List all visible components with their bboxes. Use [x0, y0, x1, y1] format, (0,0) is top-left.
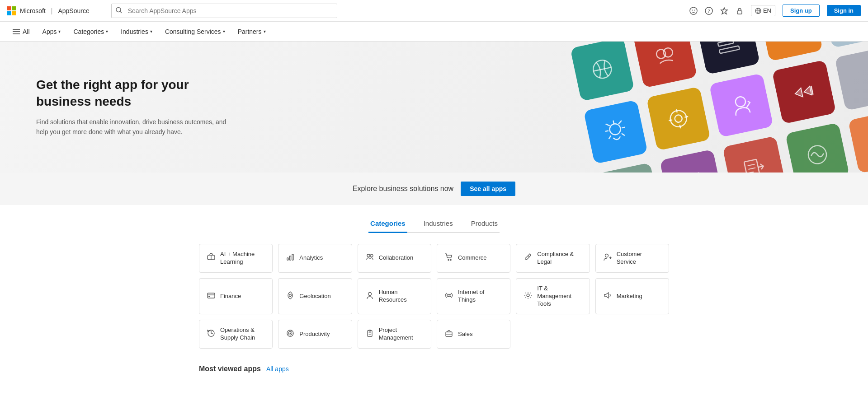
- svg-rect-52: [287, 258, 288, 260]
- nav-all[interactable]: All: [7, 22, 35, 41]
- category-card-ops-supply[interactable]: Operations & Supply Chain: [199, 320, 273, 349]
- cycle-icon: [207, 329, 216, 340]
- svg-point-56: [370, 254, 373, 257]
- svg-line-47: [748, 168, 755, 169]
- svg-point-4: [694, 9, 695, 10]
- hero-content: Get the right app for your business need…: [0, 59, 271, 155]
- key-12: [660, 149, 724, 173]
- category-card-it-management[interactable]: IT & Management Tools: [516, 278, 590, 315]
- tab-industries[interactable]: Industries: [422, 216, 455, 233]
- svg-point-67: [527, 294, 529, 297]
- category-card-analytics[interactable]: Analytics: [278, 244, 352, 273]
- header-icons: ? EN Sign up Sign in: [689, 5, 861, 17]
- tab-products[interactable]: Products: [469, 216, 500, 233]
- iot-icon: [444, 291, 453, 302]
- svg-line-27: [605, 131, 609, 131]
- key-11: [597, 163, 661, 173]
- nav-apps-label: Apps: [42, 28, 57, 35]
- svg-line-34: [680, 125, 681, 128]
- svg-line-1: [120, 11, 122, 13]
- product-name: AppSource: [58, 7, 89, 14]
- lock-icon[interactable]: [736, 7, 744, 15]
- category-label-collaboration: Collaboration: [379, 254, 414, 262]
- svg-point-31: [669, 109, 688, 128]
- key-13: [722, 136, 787, 173]
- key-5: [821, 42, 868, 48]
- svg-point-55: [367, 254, 370, 257]
- search-icon: [116, 7, 122, 14]
- chevron-down-icon: ▾: [223, 29, 225, 34]
- svg-rect-8: [737, 11, 742, 14]
- svg-rect-21: [719, 46, 740, 53]
- category-card-commerce[interactable]: Commerce: [437, 244, 510, 273]
- nav-industries[interactable]: Industries ▾: [115, 22, 158, 41]
- signin-button[interactable]: Sign in: [827, 5, 861, 16]
- lang-label: EN: [763, 7, 771, 14]
- most-viewed-title: Most viewed apps: [199, 365, 261, 373]
- star-icon[interactable]: [720, 7, 728, 15]
- category-card-sales[interactable]: Sales: [437, 320, 510, 349]
- svg-point-2: [690, 7, 697, 14]
- wrench-icon: [524, 252, 533, 264]
- key-10: [835, 47, 868, 111]
- category-card-iot[interactable]: Internet of Things: [437, 278, 510, 315]
- category-card-marketing[interactable]: Marketing: [595, 278, 669, 315]
- svg-point-60: [605, 254, 608, 257]
- briefcase-icon: [444, 329, 453, 340]
- signup-button[interactable]: Sign up: [783, 5, 820, 17]
- key-9: [772, 60, 836, 124]
- key-4: [759, 42, 823, 61]
- nav-consulting[interactable]: Consulting Services ▾: [160, 22, 231, 41]
- keys-decoration: [570, 42, 868, 173]
- category-label-human-resources: Human Resources: [379, 289, 424, 304]
- svg-point-57: [448, 260, 449, 261]
- category-card-collaboration[interactable]: Collaboration: [358, 244, 431, 273]
- most-viewed-section: Most viewed apps All apps: [163, 359, 705, 384]
- language-selector[interactable]: EN: [751, 5, 775, 16]
- emoji-icon[interactable]: [689, 7, 698, 15]
- hr-icon: [365, 291, 374, 302]
- search-input[interactable]: [111, 4, 337, 18]
- svg-line-59: [528, 256, 529, 257]
- svg-line-24: [606, 123, 610, 127]
- tabs-section: Categories Industries Products: [0, 205, 868, 233]
- key-1: [570, 42, 634, 101]
- hero-image: [515, 42, 868, 173]
- category-card-ai-ml[interactable]: AI + Machine Learning: [199, 244, 273, 273]
- category-card-geolocation[interactable]: Geolocation: [278, 278, 352, 315]
- category-card-productivity[interactable]: Productivity: [278, 320, 352, 349]
- category-card-project-mgmt[interactable]: Project Management: [358, 320, 431, 349]
- svg-line-36: [684, 117, 688, 117]
- svg-rect-61: [208, 293, 215, 298]
- see-all-apps-button[interactable]: See all apps: [461, 182, 515, 196]
- svg-point-71: [290, 332, 291, 334]
- cart-icon: [444, 252, 453, 264]
- category-label-productivity: Productivity: [299, 331, 330, 338]
- explore-bar: Explore business solutions now See all a…: [0, 173, 868, 205]
- person-arrow-icon: [603, 252, 612, 264]
- category-card-customer-service[interactable]: Customer Service: [595, 244, 669, 273]
- microsoft-logo: [7, 6, 16, 15]
- svg-line-29: [608, 136, 611, 139]
- nav-categories[interactable]: Categories ▾: [68, 22, 113, 41]
- nav-consulting-label: Consulting Services: [165, 28, 221, 35]
- category-card-compliance[interactable]: Compliance & Legal: [516, 244, 590, 273]
- tab-categories[interactable]: Categories: [368, 216, 407, 233]
- svg-line-16: [594, 67, 611, 71]
- nav-industries-label: Industries: [121, 28, 148, 35]
- category-label-geolocation: Geolocation: [299, 293, 330, 300]
- key-6: [584, 100, 648, 164]
- nav-partners[interactable]: Partners ▾: [232, 22, 271, 41]
- help-icon[interactable]: ?: [705, 7, 713, 15]
- category-label-ops-supply: Operations & Supply Chain: [220, 326, 265, 342]
- nav-apps[interactable]: Apps ▾: [37, 22, 66, 41]
- categories-grid: AI + Machine LearningAnalyticsCollaborat…: [163, 233, 705, 359]
- clipboard-icon: [365, 329, 374, 340]
- category-card-finance[interactable]: Finance: [199, 278, 273, 315]
- svg-line-28: [622, 127, 625, 128]
- category-label-finance: Finance: [220, 293, 241, 300]
- all-apps-link[interactable]: All apps: [266, 365, 289, 373]
- credit-card-icon: [207, 291, 216, 302]
- svg-rect-45: [744, 159, 760, 173]
- category-card-human-resources[interactable]: Human Resources: [358, 278, 431, 315]
